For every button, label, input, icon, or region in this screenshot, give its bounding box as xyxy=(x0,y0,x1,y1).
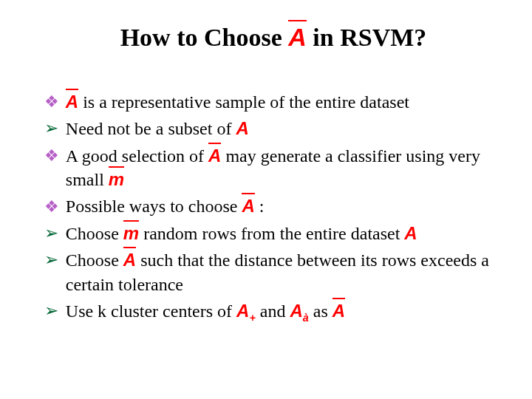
subscript-plus: + xyxy=(249,312,255,324)
bullet-1-text: is a representative sample of the entire… xyxy=(78,92,409,112)
bullet-3-text: Possible ways to choose xyxy=(66,197,242,216)
bullet-3c-text-3: as xyxy=(309,301,332,321)
bullet-1a: Need not be a subset of A xyxy=(44,117,502,140)
a-bar-symbol: A xyxy=(123,248,136,272)
a-bar-symbol: A xyxy=(242,194,254,218)
bullet-3c-text-1: Use k cluster centers of xyxy=(66,301,236,321)
slide-body: A is a representative sample of the enti… xyxy=(44,90,502,325)
m-bar-symbol: m xyxy=(109,168,124,191)
bullet-3-colon: : xyxy=(255,197,265,216)
bullet-3c-text-2: and xyxy=(256,301,290,321)
bullet-3a: Choose m random rows from the entire dat… xyxy=(44,222,502,245)
bullet-1a-text: Need not be a subset of xyxy=(66,119,236,138)
a-bar-symbol: A xyxy=(332,299,345,323)
bullet-3a-text-1: Choose xyxy=(66,224,123,243)
bullet-2-text-1: A good selection of xyxy=(66,146,208,166)
a-bar-symbol: A xyxy=(208,144,221,168)
slide-title: How to Choose A in RSVM? xyxy=(74,22,473,53)
a-symbol: A xyxy=(404,223,417,243)
slide: How to Choose A in RSVM? A is a represen… xyxy=(0,0,532,399)
a-plus-symbol: A xyxy=(236,301,249,321)
title-text-2: in RSVM? xyxy=(307,24,426,51)
subscript-a: à xyxy=(303,312,309,324)
bullet-2: A good selection of A may generate a cla… xyxy=(44,144,502,192)
title-text-1: How to Choose xyxy=(120,24,289,51)
bullet-1: A is a representative sample of the enti… xyxy=(44,90,502,114)
a-bar-symbol: A xyxy=(288,22,307,52)
bullet-3b: Choose A such that the distance between … xyxy=(44,248,502,296)
m-bar-symbol: m xyxy=(123,222,139,245)
bullet-3: Possible ways to choose A : xyxy=(44,194,502,218)
bullet-3a-text-2: random rows from the entire dataset xyxy=(139,224,404,243)
bullet-3c: Use k cluster centers of A+ and Aà as A xyxy=(44,299,502,325)
a-symbol: A xyxy=(236,118,248,138)
a-a-symbol: A xyxy=(290,301,302,321)
a-bar-symbol: A xyxy=(66,90,78,114)
bullet-3b-text-1: Choose xyxy=(66,250,123,270)
